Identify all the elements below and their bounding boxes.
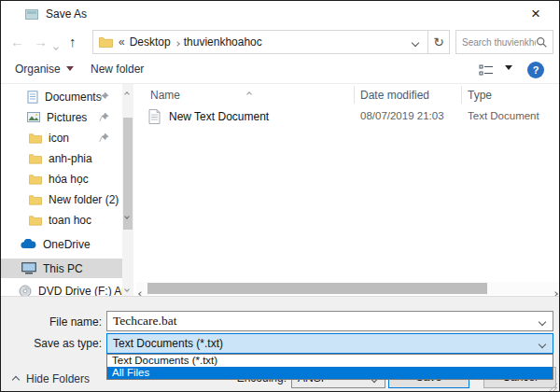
sort-ascending-icon bbox=[247, 86, 251, 99]
chevron-down-icon[interactable] bbox=[539, 337, 553, 350]
search-box[interactable]: Search thuvienkhoahoc bbox=[455, 30, 553, 54]
horizontal-scrollbar[interactable] bbox=[136, 282, 560, 295]
back-button[interactable]: ← bbox=[10, 32, 24, 52]
cloud-icon bbox=[21, 239, 36, 249]
organise-caret-icon bbox=[66, 66, 74, 71]
view-options-caret[interactable] bbox=[505, 65, 512, 70]
folder-icon bbox=[99, 36, 113, 48]
file-list: Name Date modified Type New Text Documen… bbox=[135, 84, 560, 296]
sidebar-expand-icon[interactable] bbox=[125, 208, 129, 221]
new-folder-button[interactable]: New folder bbox=[91, 63, 144, 76]
window-icon bbox=[25, 9, 38, 20]
text-document-icon bbox=[148, 109, 161, 124]
save-as-type-label: Save as type: bbox=[4, 337, 102, 350]
breadcrumb-desktop[interactable]: Desktop bbox=[127, 35, 174, 49]
sidebar-item-pictures[interactable]: Pictures bbox=[1, 107, 122, 127]
scroll-up-icon[interactable] bbox=[125, 86, 129, 99]
title-bar: Save As × bbox=[1, 1, 559, 27]
help-button[interactable]: ? bbox=[527, 62, 544, 78]
folder-icon bbox=[29, 174, 42, 185]
window-title: Save As bbox=[46, 7, 87, 21]
file-type-dropdown: Text Documents (*.txt) All Files bbox=[106, 354, 553, 380]
sidebar-item-anh-phia[interactable]: anh-phia bbox=[1, 148, 122, 168]
navigation-pane: Documents Pictures icon bbox=[1, 84, 134, 296]
column-header-date-modified[interactable]: Date modified bbox=[360, 89, 429, 102]
column-headers: Name Date modified Type bbox=[135, 84, 560, 105]
chevron-down-icon[interactable] bbox=[539, 315, 553, 328]
column-header-type[interactable]: Type bbox=[468, 89, 492, 102]
organise-button[interactable]: Organise bbox=[15, 63, 74, 76]
sidebar-item-onedrive[interactable]: OneDrive bbox=[1, 234, 122, 254]
file-type-cell: Text Document bbox=[468, 110, 539, 121]
folder-icon bbox=[29, 215, 42, 226]
breadcrumb-thuvienkhoahoc[interactable]: thuvienkhoahoc bbox=[181, 35, 265, 49]
chevron-up-icon bbox=[13, 372, 19, 385]
refresh-icon: ↻ bbox=[433, 35, 444, 49]
option-all-files[interactable]: All Files bbox=[107, 367, 553, 379]
folder-icon bbox=[29, 133, 42, 144]
recent-locations-caret[interactable] bbox=[54, 39, 58, 52]
sidebar-item-icon[interactable]: icon bbox=[1, 128, 122, 147]
folder-icon bbox=[29, 153, 42, 164]
file-name-label: File name: bbox=[4, 315, 102, 329]
sidebar-item-toan-hoc[interactable]: toan hoc bbox=[1, 210, 122, 230]
command-toolbar: Organise New folder ? bbox=[1, 57, 559, 84]
navigation-bar: ← → ↑ « Desktop thuvienkhoahoc ↻ Search … bbox=[1, 27, 559, 57]
sidebar-item-new-folder-2[interactable]: New folder (2) bbox=[1, 189, 122, 209]
column-header-name[interactable]: Name bbox=[150, 89, 180, 102]
save-panel: File name: Techcare.bat Save as type: Te… bbox=[1, 296, 559, 392]
sidebar-scrollbar[interactable] bbox=[122, 84, 133, 296]
resize-grip-icon[interactable] bbox=[550, 384, 557, 391]
address-bar[interactable]: « Desktop thuvienkhoahoc bbox=[92, 30, 428, 54]
refresh-button[interactable]: ↻ bbox=[428, 30, 450, 54]
pin-icon bbox=[99, 91, 109, 102]
pin-icon bbox=[99, 112, 109, 122]
save-as-dialog: Save As × ← → ↑ « Desktop thuvienkhoahoc… bbox=[0, 0, 560, 392]
computer-icon bbox=[21, 262, 36, 274]
sidebar-item-documents[interactable]: Documents bbox=[1, 87, 122, 106]
search-input[interactable]: Search thuvienkhoahoc bbox=[456, 37, 536, 48]
file-row[interactable]: New Text Document 08/07/2019 21:03 Text … bbox=[135, 106, 560, 127]
save-as-type-combobox[interactable]: Text Documents (*.txt) bbox=[106, 333, 553, 354]
scrollbar-thumb[interactable] bbox=[147, 283, 487, 294]
picture-icon bbox=[27, 112, 40, 122]
hide-folders-button[interactable]: Hide Folders bbox=[13, 372, 90, 385]
search-icon bbox=[536, 36, 548, 49]
forward-button[interactable]: → bbox=[34, 32, 48, 52]
breadcrumb-prefix[interactable]: « bbox=[119, 35, 127, 49]
sidebar-item-hoa-hoc[interactable]: hóa học bbox=[1, 169, 122, 189]
file-name-input[interactable]: Techcare.bat bbox=[106, 311, 553, 331]
scroll-down-icon[interactable] bbox=[125, 281, 129, 294]
address-dropdown-icon[interactable] bbox=[413, 35, 427, 49]
close-button[interactable]: × bbox=[520, 3, 552, 25]
breadcrumb-separator-icon bbox=[175, 35, 179, 49]
folder-icon bbox=[29, 194, 42, 205]
pin-icon bbox=[99, 133, 109, 143]
file-date-cell: 08/07/2019 21:03 bbox=[360, 110, 444, 121]
view-list-icon[interactable] bbox=[479, 64, 494, 77]
up-button[interactable]: ↑ bbox=[69, 32, 77, 52]
file-name-cell: New Text Document bbox=[169, 110, 269, 123]
sidebar-item-this-pc[interactable]: This PC bbox=[1, 259, 122, 278]
option-text-documents[interactable]: Text Documents (*.txt) bbox=[107, 355, 553, 367]
document-icon bbox=[27, 91, 38, 104]
